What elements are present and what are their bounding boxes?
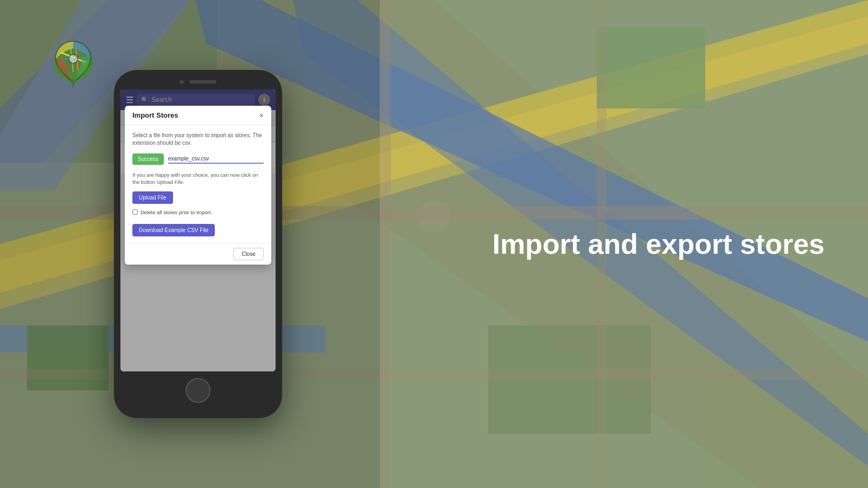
upload-file-button[interactable]: Upload File: [132, 191, 173, 204]
delete-checkbox-row: Delete all stores prior to import.: [132, 209, 264, 215]
modal-title: Import Stores: [132, 111, 178, 119]
modal-overlay: Import Stores × Select a file from your …: [120, 89, 276, 371]
phone-top: [120, 80, 276, 84]
phone-camera: [180, 80, 184, 84]
file-selection-row: Success: [132, 153, 264, 165]
svg-rect-17: [380, 0, 391, 488]
delete-label: Delete all stores prior to import.: [141, 209, 212, 215]
phone-bottom: [120, 378, 276, 403]
delete-stores-checkbox[interactable]: [132, 209, 138, 215]
hero-text: Import and export stores: [492, 227, 825, 261]
modal-body: Select a file from your system to import…: [125, 125, 271, 243]
home-button: [186, 378, 210, 403]
phone-screen: ☰ 🔍 Search i 📍 Store Locator & Map ⋯ Act…: [120, 89, 276, 371]
svg-rect-12: [597, 27, 705, 108]
modal-close-button[interactable]: ×: [259, 112, 264, 119]
file-name-input[interactable]: [168, 155, 264, 164]
modal-description: Select a file from your system to import…: [132, 132, 264, 147]
phone-device: ☰ 🔍 Search i 📍 Store Locator & Map ⋯ Act…: [114, 70, 282, 418]
app-logo: [43, 33, 103, 92]
upload-description: If you are happy with your choice, you c…: [132, 171, 264, 186]
modal-header: Import Stores ×: [125, 106, 271, 125]
modal-close-footer-button[interactable]: Close: [233, 248, 264, 260]
download-csv-button[interactable]: Download Example CSV File: [132, 224, 215, 236]
svg-point-27: [69, 55, 78, 63]
file-success-button[interactable]: Success: [132, 153, 164, 165]
import-stores-modal: Import Stores × Select a file from your …: [125, 106, 271, 265]
phone-mockup: ☰ 🔍 Search i 📍 Store Locator & Map ⋯ Act…: [114, 70, 282, 418]
modal-footer: Close: [125, 243, 271, 265]
phone-speaker: [189, 80, 216, 84]
